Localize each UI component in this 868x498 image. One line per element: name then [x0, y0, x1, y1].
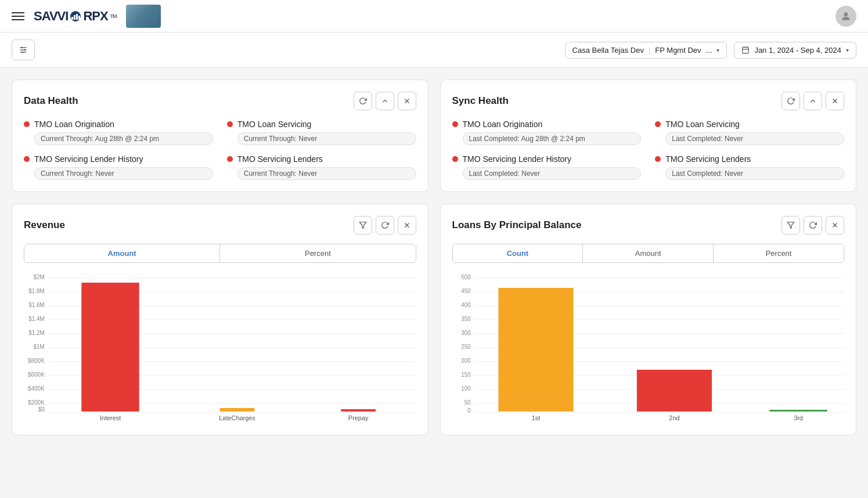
- health-item-3-name: TMO Servicing Lenders: [237, 154, 323, 164]
- svg-text:500: 500: [461, 274, 471, 280]
- health-item-3: TMO Servicing Lenders Current Through: N…: [227, 154, 416, 180]
- date-range-text: Jan 1, 2024 - Sep 4, 2024: [754, 46, 841, 55]
- revenue-header: Revenue: [24, 216, 416, 234]
- svg-point-4: [21, 47, 23, 49]
- svg-text:$1.6M: $1.6M: [28, 302, 45, 308]
- sync-item-0-name: TMO Loan Origination: [463, 120, 543, 129]
- svg-text:3rd: 3rd: [794, 414, 803, 421]
- data-health-actions: [354, 92, 416, 110]
- health-item-1-header: TMO Loan Servicing: [227, 120, 416, 129]
- sync-dot-0: [452, 121, 458, 127]
- svg-text:250: 250: [461, 344, 471, 350]
- property-separator: |: [649, 46, 650, 55]
- health-item-3-badge: Current Through: Never: [237, 167, 416, 180]
- hamburger-menu[interactable]: [12, 12, 24, 20]
- data-health-card: Data Health TMO Loan Origination Cu: [12, 80, 428, 192]
- sync-item-3-badge: Last Completed: Never: [665, 167, 844, 180]
- loans-bar-2nd: [636, 370, 711, 412]
- data-health-title: Data Health: [24, 95, 349, 107]
- svg-text:1st: 1st: [531, 414, 540, 421]
- property-selector[interactable]: Casa Bella Tejas Dev | FP Mgmt Dev ... ▾: [565, 42, 727, 59]
- health-item-3-header: TMO Servicing Lenders: [227, 154, 416, 164]
- logo: SAVVI RPX TM: [34, 9, 117, 24]
- data-health-close-button[interactable]: [398, 92, 416, 110]
- revenue-tab-percent[interactable]: Percent: [220, 244, 415, 262]
- user-avatar[interactable]: [835, 6, 856, 27]
- sync-item-2-badge: Last Completed: Never: [463, 167, 642, 180]
- sync-dot-1: [655, 121, 661, 127]
- svg-text:$600K: $600K: [28, 371, 45, 378]
- revenue-actions: [354, 216, 416, 234]
- svg-text:450: 450: [461, 288, 471, 294]
- loans-tab-count[interactable]: Count: [453, 244, 584, 262]
- svg-text:LateCharges: LateCharges: [219, 414, 255, 421]
- loans-title: Loans By Principal Balance: [452, 219, 777, 231]
- svg-text:Prepay: Prepay: [348, 414, 369, 421]
- svg-text:350: 350: [461, 316, 471, 322]
- sync-item-0: TMO Loan Origination Last Completed: Aug…: [452, 120, 642, 145]
- revenue-chart-svg: $2M $1.8M $1.6M $1.4M $1.2M $1M $800K $6…: [24, 272, 416, 423]
- property-thumbnail: [126, 5, 161, 28]
- chevron-down-icon: ▾: [716, 47, 719, 53]
- revenue-chart: $2M $1.8M $1.6M $1.4M $1.2M $1M $800K $6…: [24, 272, 416, 423]
- loans-actions: [781, 216, 844, 234]
- sync-item-1-header: TMO Loan Servicing: [655, 120, 844, 129]
- calendar-icon: [741, 46, 750, 54]
- revenue-tab-amount[interactable]: Amount: [24, 244, 220, 262]
- data-health-collapse-button[interactable]: [376, 92, 394, 110]
- svg-text:$1.8M: $1.8M: [28, 288, 45, 294]
- health-item-1-name: TMO Loan Servicing: [237, 120, 312, 129]
- sync-health-header: Sync Health: [452, 92, 845, 110]
- loans-bar-3rd: [769, 410, 827, 412]
- health-dot-2: [24, 156, 30, 162]
- sync-health-card: Sync Health TMO Loan Origination La: [440, 80, 857, 192]
- loans-chart: 500 450 400 350 300 250 200 150 100 50 0: [452, 272, 845, 423]
- svg-point-6: [21, 52, 23, 53]
- health-item-2-badge: Current Through: Never: [34, 167, 213, 180]
- health-dot-0: [24, 121, 30, 127]
- property-extra: ...: [706, 46, 712, 55]
- sync-item-1-badge: Last Completed: Never: [665, 132, 844, 145]
- loans-close-button[interactable]: [826, 216, 844, 234]
- sync-item-2-header: TMO Servicing Lender History: [452, 154, 642, 164]
- svg-text:$400K: $400K: [28, 385, 45, 392]
- sync-item-0-badge: Last Completed: Aug 28th @ 2:24 pm: [463, 132, 642, 145]
- svg-text:300: 300: [461, 330, 471, 336]
- health-item-0-name: TMO Loan Origination: [34, 120, 114, 129]
- revenue-refresh-button[interactable]: [376, 216, 394, 234]
- sync-item-1: TMO Loan Servicing Last Completed: Never: [655, 120, 844, 145]
- sync-item-1-name: TMO Loan Servicing: [665, 120, 740, 129]
- svg-text:150: 150: [461, 371, 471, 378]
- svg-marker-43: [787, 222, 794, 229]
- svg-text:200: 200: [461, 358, 471, 364]
- loans-tab-percent[interactable]: Percent: [714, 244, 844, 262]
- loans-tab-amount[interactable]: Amount: [583, 244, 714, 262]
- sync-health-close-button[interactable]: [826, 92, 844, 110]
- revenue-bar-prepay: [341, 409, 376, 412]
- logo-bar-icon: [71, 13, 80, 20]
- svg-text:$1.2M: $1.2M: [28, 330, 45, 336]
- loans-header: Loans By Principal Balance: [452, 216, 845, 234]
- revenue-filter-button[interactable]: [354, 216, 372, 234]
- sync-item-3: TMO Servicing Lenders Last Completed: Ne…: [655, 154, 844, 180]
- svg-text:100: 100: [461, 385, 471, 392]
- property-name: Casa Bella Tejas Dev: [572, 46, 644, 55]
- sync-item-2-name: TMO Servicing Lender History: [463, 154, 572, 164]
- loans-filter-button[interactable]: [781, 216, 800, 234]
- data-health-refresh-button[interactable]: [354, 92, 372, 110]
- svg-text:50: 50: [464, 399, 470, 406]
- sync-health-grid: TMO Loan Origination Last Completed: Aug…: [452, 120, 845, 180]
- svg-text:2nd: 2nd: [669, 414, 679, 421]
- health-item-2-name: TMO Servicing Lender History: [34, 154, 143, 164]
- loans-chart-svg: 500 450 400 350 300 250 200 150 100 50 0: [452, 272, 845, 423]
- date-range-selector[interactable]: Jan 1, 2024 - Sep 4, 2024 ▾: [734, 42, 856, 59]
- sync-health-collapse-button[interactable]: [804, 92, 822, 110]
- loans-refresh-button[interactable]: [804, 216, 822, 234]
- svg-text:$0: $0: [38, 406, 45, 413]
- svg-text:$200K: $200K: [28, 399, 45, 406]
- sync-item-2: TMO Servicing Lender History Last Comple…: [452, 154, 642, 180]
- sync-health-refresh-button[interactable]: [781, 92, 800, 110]
- revenue-close-button[interactable]: [398, 216, 416, 234]
- logo-icon: [70, 11, 81, 21]
- sliders-button[interactable]: [12, 39, 35, 60]
